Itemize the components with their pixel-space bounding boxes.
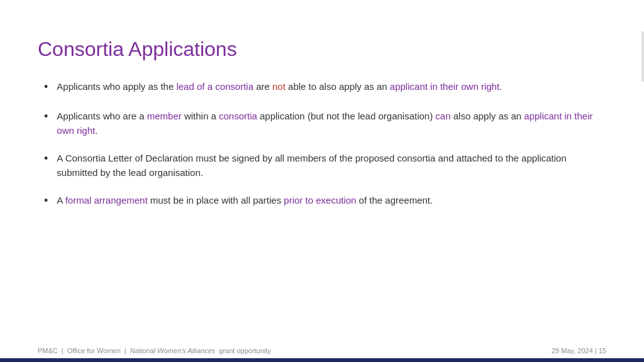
- footer-italic: National Women's Alliances: [130, 347, 216, 354]
- normal-text: within a: [182, 111, 219, 121]
- normal-text: Applicants who are a: [57, 111, 147, 121]
- footer-date: 29 May, 2024: [552, 347, 593, 354]
- footer-right: 29 May, 2024 | 15: [552, 347, 606, 354]
- purple-text: lead of a consortia: [176, 81, 253, 92]
- normal-text: of the agreement.: [356, 195, 433, 206]
- bullet-item-4: •A formal arrangement must be in place w…: [44, 194, 606, 209]
- slide: Consortia Applications •Applicants who a…: [0, 0, 644, 362]
- bullet-item-2: •Applicants who are a member within a co…: [44, 109, 606, 138]
- normal-text: Applicants who apply as the: [57, 81, 176, 92]
- footer-text: PM&C | Office for Women | National Women…: [0, 343, 644, 358]
- footer-dept: Office for Women: [67, 347, 121, 354]
- footer-org: PM&C: [38, 347, 58, 354]
- normal-text: application (but not the lead organisati…: [257, 111, 436, 121]
- normal-text: A: [57, 195, 65, 206]
- red-text: not: [272, 81, 286, 92]
- bullet-text-2: Applicants who are a member within a con…: [57, 109, 606, 138]
- footer-sep1: |: [62, 347, 64, 354]
- footer-sep3: |: [595, 347, 597, 354]
- purple-text: prior to execution: [284, 195, 356, 206]
- purple-text: formal arrangement: [65, 195, 148, 206]
- normal-text: .: [95, 125, 97, 136]
- footer-page: 15: [599, 347, 606, 354]
- normal-text: must be in place with all parties: [148, 195, 284, 206]
- purple-text: can: [435, 111, 450, 121]
- normal-text: are: [253, 81, 272, 92]
- bullet-list: •Applicants who apply as the lead of a c…: [44, 80, 606, 209]
- purple-text: applicant in their own right: [390, 81, 499, 92]
- bullet-dot-4: •: [44, 192, 48, 209]
- bullet-item-1: •Applicants who apply as the lead of a c…: [44, 80, 606, 96]
- footer-bar: [0, 358, 644, 362]
- right-decoration-bar: [641, 31, 644, 82]
- footer-grant: grant opportunity: [219, 347, 271, 354]
- purple-text: consortia: [219, 111, 257, 121]
- normal-text: A Consortia Letter of Declaration must b…: [57, 153, 566, 178]
- bullet-text-3: A Consortia Letter of Declaration must b…: [57, 151, 606, 180]
- bullet-dot-1: •: [44, 79, 48, 96]
- slide-content: •Applicants who apply as the lead of a c…: [44, 80, 606, 209]
- bullet-item-3: •A Consortia Letter of Declaration must …: [44, 151, 606, 180]
- slide-footer: PM&C | Office for Women | National Women…: [0, 343, 644, 362]
- bullet-text-4: A formal arrangement must be in place wi…: [57, 194, 606, 208]
- normal-text: able to also apply as an: [286, 81, 390, 92]
- normal-text: .: [499, 81, 502, 92]
- footer-sep2: |: [125, 347, 126, 354]
- purple-text: member: [147, 111, 182, 121]
- footer-left: PM&C | Office for Women | National Women…: [38, 347, 271, 354]
- bullet-dot-2: •: [44, 108, 48, 125]
- bullet-text-1: Applicants who apply as the lead of a co…: [57, 80, 606, 94]
- normal-text: also apply as an: [451, 111, 525, 121]
- slide-title: Consortia Applications: [38, 38, 606, 61]
- bullet-dot-3: •: [44, 150, 48, 167]
